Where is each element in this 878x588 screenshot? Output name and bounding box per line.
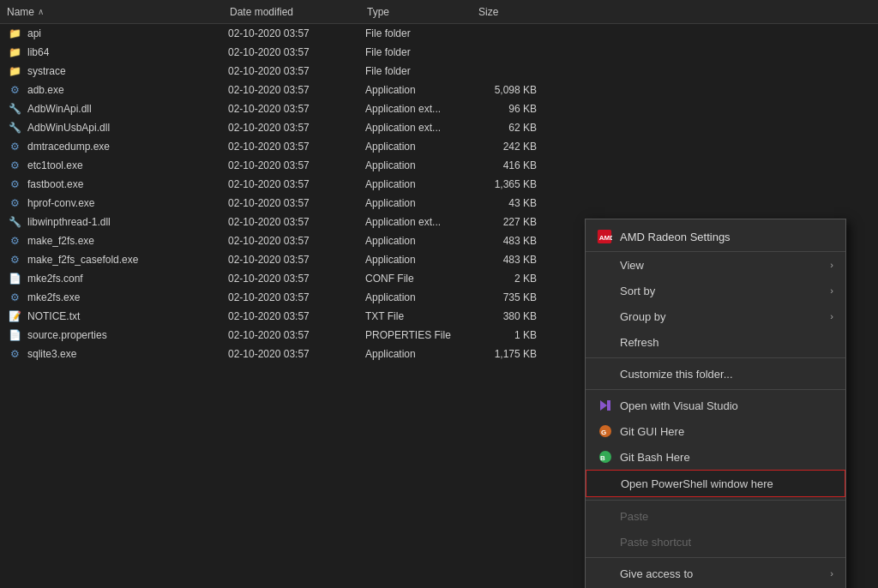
menu-item-left: Sort by (598, 283, 655, 298)
file-icon: ⚙ (7, 82, 22, 98)
menu-item-label: Sort by (620, 285, 655, 297)
file-name: fastboot.exe (27, 178, 228, 190)
file-name: AdbWinUsbApi.dll (27, 122, 228, 134)
file-name: hprof-conv.exe (27, 197, 228, 209)
file-name: make_f2fs_casefold.exe (27, 254, 228, 266)
file-size: 483 KB (477, 235, 554, 247)
table-row[interactable]: 🔧 AdbWinUsbApi.dll 02-10-2020 03:57 Appl… (0, 118, 878, 137)
file-type: PROPERTIES File (365, 329, 477, 341)
file-type: File folder (365, 27, 477, 39)
file-type: Application (365, 178, 477, 190)
file-explorer: Name ∧ Date modified Type Size 📁 api 02-… (0, 0, 878, 588)
file-name: etc1tool.exe (27, 159, 228, 171)
file-size: 2 KB (477, 273, 554, 285)
menu-item-left: Paste (598, 508, 648, 524)
file-size: 1,175 KB (477, 348, 554, 360)
file-date: 02-10-2020 03:57 (228, 310, 365, 322)
file-size: 5,098 KB (477, 84, 554, 96)
menu-item-refresh[interactable]: Refresh (586, 329, 845, 355)
table-row[interactable]: ⚙ etc1tool.exe 02-10-2020 03:57 Applicat… (0, 156, 878, 175)
table-row[interactable]: 📁 systrace 02-10-2020 03:57 File folder (0, 62, 878, 81)
file-name: NOTICE.txt (27, 310, 228, 322)
file-name: adb.exe (27, 84, 228, 96)
file-date: 02-10-2020 03:57 (228, 159, 365, 171)
menu-item-label: Give access to (620, 567, 693, 580)
file-date: 02-10-2020 03:57 (228, 178, 365, 190)
menu-item-left: Open with Visual Studio (598, 398, 738, 413)
file-date: 02-10-2020 03:57 (228, 216, 365, 228)
menu-item-icon-placeholder (598, 366, 613, 381)
menu-item-label: Open with Visual Studio (620, 399, 738, 412)
table-row[interactable]: 🔧 AdbWinApi.dll 02-10-2020 03:57 Applica… (0, 99, 878, 118)
file-name: AdbWinApi.dll (27, 103, 228, 115)
menu-item-open_vs[interactable]: Open with Visual Studio (586, 393, 845, 418)
file-icon: 🔧 (7, 120, 22, 135)
file-icon: 📄 (7, 327, 22, 343)
menu-item-sort_by[interactable]: Sort by › (586, 278, 845, 303)
file-type: CONF File (365, 273, 477, 285)
menu-item-left: B Git Bash Here (598, 449, 690, 465)
file-type: Application (365, 84, 477, 96)
menu-item-label: Customize this folder... (620, 368, 733, 381)
file-type: File folder (365, 46, 477, 58)
file-icon: 🔧 (7, 214, 22, 230)
column-header: Name ∧ Date modified Type Size (0, 0, 878, 24)
menu-items-list: View › Sort by › Group by › Refresh Cust… (586, 252, 845, 588)
file-type: Application (365, 291, 477, 303)
col-name-header[interactable]: Name ∧ (7, 6, 230, 18)
menu-item-left: G Git GUI Here (598, 423, 684, 439)
sort-arrow: ∧ (38, 7, 44, 16)
menu-item-view[interactable]: View › (586, 252, 845, 278)
file-name: source.properties (27, 329, 228, 341)
file-date: 02-10-2020 03:57 (228, 27, 365, 39)
file-type: Application ext... (365, 103, 477, 115)
file-date: 02-10-2020 03:57 (228, 122, 365, 134)
file-name: libwinpthread-1.dll (27, 216, 228, 228)
menu-item-git_bash[interactable]: B Git Bash Here (586, 444, 845, 470)
table-row[interactable]: 📁 lib64 02-10-2020 03:57 File folder (0, 43, 878, 62)
menu-item-open_powershell[interactable]: Open PowerShell window here (586, 470, 845, 497)
file-icon: 📁 (7, 26, 22, 41)
file-size: 43 KB (477, 197, 554, 209)
file-date: 02-10-2020 03:57 (228, 348, 365, 360)
svg-rect-3 (607, 400, 610, 411)
table-row[interactable]: ⚙ dmtracedump.exe 02-10-2020 03:57 Appli… (0, 137, 878, 156)
table-row[interactable]: ⚙ fastboot.exe 02-10-2020 03:57 Applicat… (0, 175, 878, 194)
menu-item-git_gui[interactable]: G Git GUI Here (586, 418, 845, 444)
menu-item-left: Give access to (598, 566, 693, 581)
menu-item-group_by[interactable]: Group by › (586, 303, 845, 329)
menu-item-icon-placeholder (598, 508, 613, 524)
file-date: 02-10-2020 03:57 (228, 141, 365, 153)
file-size: 1 KB (477, 329, 554, 341)
file-icon: ⚙ (7, 252, 22, 267)
menu-divider (586, 357, 845, 358)
file-size: 380 KB (477, 310, 554, 322)
col-size-header[interactable]: Size (478, 6, 556, 18)
file-name: sqlite3.exe (27, 348, 228, 360)
file-icon: ⚙ (7, 195, 22, 211)
submenu-arrow: › (830, 260, 833, 270)
table-row[interactable]: 📁 api 02-10-2020 03:57 File folder (0, 24, 878, 43)
git-bash-icon: B (598, 449, 613, 465)
file-date: 02-10-2020 03:57 (228, 103, 365, 115)
file-icon: ⚙ (7, 139, 22, 154)
col-type-header[interactable]: Type (367, 6, 478, 18)
file-size: 735 KB (477, 291, 554, 303)
menu-item-icon-placeholder (598, 334, 613, 350)
submenu-arrow: › (830, 568, 833, 579)
menu-item-customize_folder[interactable]: Customize this folder... (586, 361, 845, 387)
menu-item-icon-placeholder (598, 534, 613, 549)
file-type: Application (365, 159, 477, 171)
file-date: 02-10-2020 03:57 (228, 273, 365, 285)
file-icon: ⚙ (7, 158, 22, 173)
menu-item-label: Git GUI Here (620, 425, 684, 438)
table-row[interactable]: ⚙ hprof-conv.exe 02-10-2020 03:57 Applic… (0, 194, 878, 213)
file-name: systrace (27, 65, 228, 77)
file-type: Application (365, 235, 477, 247)
table-row[interactable]: ⚙ adb.exe 02-10-2020 03:57 Application 5… (0, 81, 878, 99)
context-menu: AMD AMD Radeon Settings View › Sort by ›… (585, 219, 846, 588)
file-icon: 📁 (7, 45, 22, 60)
file-size: 242 KB (477, 141, 554, 153)
menu-item-give_access[interactable]: Give access to › (586, 561, 845, 586)
col-date-header[interactable]: Date modified (230, 6, 367, 18)
